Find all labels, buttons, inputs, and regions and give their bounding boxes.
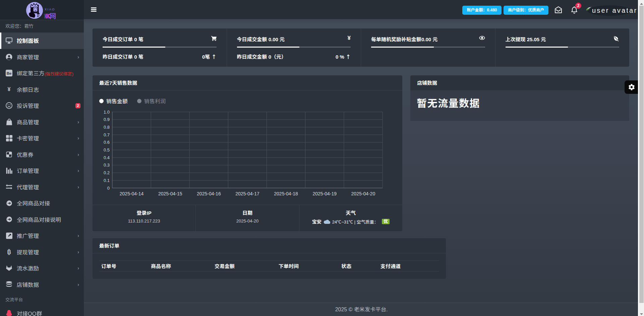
- svg-text:2025-04-14: 2025-04-14: [120, 191, 144, 196]
- svg-text:0.5: 0.5: [104, 147, 110, 152]
- svg-text:2025-04-17: 2025-04-17: [235, 191, 259, 196]
- svg-text:2025-04-16: 2025-04-16: [197, 191, 221, 196]
- svg-text:1.0: 1.0: [104, 110, 110, 115]
- svg-text:0.2: 0.2: [104, 170, 110, 175]
- svg-text:0.4: 0.4: [104, 155, 110, 160]
- svg-text:0.1: 0.1: [104, 178, 110, 183]
- svg-text:2025-04-20: 2025-04-20: [351, 191, 375, 196]
- svg-text:0.3: 0.3: [104, 163, 110, 168]
- svg-text:0: 0: [107, 186, 110, 191]
- svg-text:0.6: 0.6: [104, 140, 110, 145]
- svg-text:2025-04-19: 2025-04-19: [312, 191, 337, 196]
- svg-text:Be: Be: [7, 71, 12, 75]
- svg-text:0.7: 0.7: [104, 132, 110, 137]
- svg-text:2025-04-15: 2025-04-15: [158, 191, 182, 196]
- svg-text:0.9: 0.9: [104, 117, 110, 122]
- svg-text:2025-04-18: 2025-04-18: [274, 191, 298, 196]
- svg-text:B: B: [7, 249, 11, 255]
- svg-text:0.8: 0.8: [104, 125, 110, 130]
